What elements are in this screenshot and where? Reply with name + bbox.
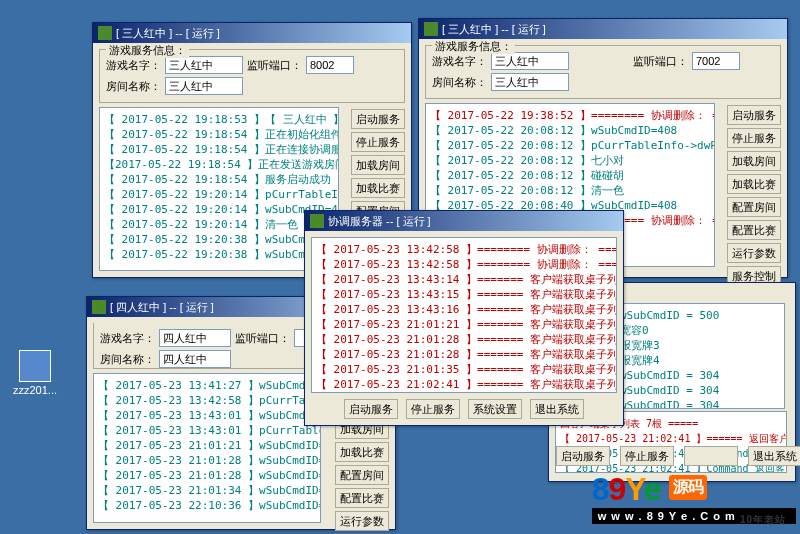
log-line: 【 2017-05-22 20:08:12 】七小对 xyxy=(430,153,710,168)
log-line: wSubCmdID = 304 xyxy=(620,368,780,383)
titlebar[interactable]: [ 三人红中 ] -- [ 运行 ] xyxy=(419,19,787,39)
log-line: 【 2017-05-23 13:43:15 】======= 客户端获取桌子列表… xyxy=(316,287,612,302)
window-title: [ 三人红中 ] -- [ 运行 ] xyxy=(442,22,782,37)
log-line: 【 2017-05-23 13:43:01 】wSubCmdID=402 xyxy=(98,408,316,423)
room-label: 房间名称： xyxy=(100,352,155,367)
action-button[interactable]: 停止服务 xyxy=(620,446,674,466)
log-line: 【 2017-05-23 13:43:14 】======= 客户端获取桌子列表… xyxy=(316,272,612,287)
action-button[interactable]: 配置比赛 xyxy=(727,220,781,240)
log-line: 【 2017-05-23 21:01:35 】======= 客户端获取桌子列表… xyxy=(316,362,612,377)
log-output: 【 2017-05-23 13:41:27 】wSubCmdID=402【 20… xyxy=(93,373,321,523)
log-line: 【 2017-05-22 19:20:14 】wSubCmdID=408 xyxy=(104,202,334,217)
action-button[interactable]: 启动服务 xyxy=(344,399,398,419)
log-line: 【 2017-05-22 20:08:12 】wSubCmdID=408 xyxy=(430,123,710,138)
log-line: 报宽牌4 xyxy=(620,353,780,368)
log-line: 【 2017-05-23 13:42:58 】======== 协调删除： ==… xyxy=(316,242,612,257)
desktop-shortcut[interactable]: zzz201... xyxy=(10,350,60,396)
log-line: 【 2017-05-23 21:01:28 】======= 客户端获取桌子列表… xyxy=(316,347,612,362)
port-label: 监听端口： xyxy=(235,331,290,346)
log-line: wSubCmdID = 304 xyxy=(620,398,780,409)
log-line: wSubCmdID = 304 xyxy=(620,383,780,398)
action-button[interactable]: 加载比赛 xyxy=(351,178,405,198)
log-line: 【 2017-05-22 19:18:54 】正在连接协调服务器 [ 61.15… xyxy=(104,142,334,157)
log-line: 【 2017-05-23 21:02:41 】====== 返回客户端桌子列表 … xyxy=(560,431,782,446)
room-label: 房间名称： xyxy=(432,75,487,90)
action-button[interactable]: 加载房间 xyxy=(351,155,405,175)
log-output: 【 2017-05-22 19:18:53 】【 三人红中 】房间参数加载成功【… xyxy=(99,107,339,271)
log-line: 【 2017-05-23 13:43:16 】======= 客户端获取桌子列表… xyxy=(316,302,612,317)
log-line: 【 2017-05-22 20:08:12 】pCurrTableInfo->d… xyxy=(430,138,710,153)
action-button[interactable]: 退出系统 xyxy=(530,399,584,419)
log-line: 【 2017-05-23 21:01:28 】wSubCmdID=402 xyxy=(98,453,316,468)
group-label: 游戏服务信息： xyxy=(432,39,515,54)
app-icon xyxy=(19,350,51,382)
log-line: 【 2017-05-22 20:08:12 】清一色 xyxy=(430,183,710,198)
port-label: 监听端口： xyxy=(633,54,688,69)
action-button[interactable]: 启动服务 xyxy=(351,109,405,129)
log-line: 【 2017-05-22 19:18:54 】服务启动成功 xyxy=(104,172,334,187)
desktop-icon-label: zzz201... xyxy=(10,384,60,396)
room-name-input[interactable] xyxy=(165,77,243,95)
titlebar[interactable]: 协调服务器 -- [ 运行 ] xyxy=(305,211,623,231)
log-output: 【 2017-05-23 13:42:58 】======== 协调删除： ==… xyxy=(311,237,617,393)
action-button[interactable]: 运行参数 xyxy=(335,511,389,531)
app-icon xyxy=(310,214,324,228)
action-button[interactable]: 加载比赛 xyxy=(727,174,781,194)
log-line: 【 2017-05-23 21:02:41 】======= 客户端获取桌子列表… xyxy=(316,377,612,392)
log-line: 【 2017-05-23 13:42:58 】pCurrTableInfo->d… xyxy=(98,393,316,408)
window-title: [ 三人红中 ] -- [ 运行 ] xyxy=(116,26,406,41)
port-label: 监听端口： xyxy=(247,58,302,73)
log-line: 【 2017-05-22 20:08:12 】碰碰胡 xyxy=(430,168,710,183)
name-label: 游戏名字： xyxy=(432,54,487,69)
log-line: 【 2017-05-23 13:41:27 】wSubCmdID=402 xyxy=(98,378,316,393)
log-line: 【 2017-05-22 19:18:54 】正在初始化组件... xyxy=(104,127,334,142)
game-name-input[interactable] xyxy=(491,52,569,70)
action-button[interactable]: 退出系统 xyxy=(748,446,800,466)
log-line: 报宽牌3 xyxy=(620,338,780,353)
log-line: 【 2017-05-22 19:20:38 】wSubCmdID=408 xyxy=(104,232,334,247)
game-name-input[interactable] xyxy=(165,56,243,74)
log-line: 宽容0 xyxy=(620,323,780,338)
app-icon xyxy=(424,22,438,36)
log-line: 【 2017-05-23 21:01:28 】======= 客户端获取桌子列表… xyxy=(316,332,612,347)
action-button[interactable]: 加载比赛 xyxy=(335,442,389,462)
action-button[interactable] xyxy=(684,446,738,466)
log-line: wSubCmdID = 500 xyxy=(620,308,780,323)
action-button[interactable]: 停止服务 xyxy=(406,399,460,419)
log-line: 【 2017-05-23 13:42:58 】======== 协调删除： ==… xyxy=(316,257,612,272)
room-name-input[interactable] xyxy=(491,73,569,91)
log-line: 【 2017-05-23 21:01:21 】======= 客户端获取桌子列表… xyxy=(316,317,612,332)
name-label: 游戏名字： xyxy=(100,331,155,346)
room-label: 房间名称： xyxy=(106,79,161,94)
port-input[interactable] xyxy=(692,52,740,70)
log-output: wSubCmdID = 500宽容0报宽牌3报宽牌4wSubCmdID = 30… xyxy=(615,303,785,409)
log-line: 【 2017-05-22 19:38:52 】======== 协调删除： ==… xyxy=(430,108,710,123)
log-line: 【2017-05-22 19:18:54 】正在发送游戏房间注册信息... xyxy=(104,157,334,172)
room-name-input[interactable] xyxy=(159,350,231,368)
action-button[interactable]: 加载房间 xyxy=(727,151,781,171)
action-button[interactable]: 配置比赛 xyxy=(335,488,389,508)
group-label: 游戏服务信息： xyxy=(106,43,189,58)
action-button[interactable]: 系统设置 xyxy=(468,399,522,419)
window-coordinator: 协调服务器 -- [ 运行 ] 【 2017-05-23 13:42:58 】=… xyxy=(304,210,624,426)
game-name-input[interactable] xyxy=(159,329,231,347)
action-button[interactable]: 启动服务 xyxy=(556,446,610,466)
watermark-logo: 89Ye 源码 w w w . 8 9 Y e . C o m10年老站 xyxy=(592,471,796,530)
log-line: 【 2017-05-23 21:01:21 】wSubCmdID=402 xyxy=(98,438,316,453)
action-button[interactable]: 停止服务 xyxy=(727,128,781,148)
port-input[interactable] xyxy=(306,56,354,74)
titlebar[interactable]: [ 三人红中 ] -- [ 运行 ] xyxy=(93,23,411,43)
action-button[interactable]: 配置房间 xyxy=(335,465,389,485)
log-line: 【 2017-05-23 13:43:01 】pCurrTableInfo->d… xyxy=(98,423,316,438)
log-line: 【 2017-05-22 19:20:38 】wSubCmdID=406 xyxy=(104,247,334,262)
app-icon xyxy=(98,26,112,40)
name-label: 游戏名字： xyxy=(106,58,161,73)
log-line: 【 2017-05-23 22:10:36 】wSubCmdID=402 xyxy=(98,498,316,513)
log-line: 【 2017-05-23 21:01:28 】wSubCmdID=402 xyxy=(98,468,316,483)
action-button[interactable]: 启动服务 xyxy=(727,105,781,125)
log-line: 【 2017-05-23 21:01:34 】wSubCmdID=402 xyxy=(98,483,316,498)
action-button[interactable]: 运行参数 xyxy=(727,243,781,263)
action-button[interactable]: 停止服务 xyxy=(351,132,405,152)
action-button[interactable]: 配置房间 xyxy=(727,197,781,217)
log-line: 【 2017-05-22 19:20:14 】pCurrTableInfo->d… xyxy=(104,187,334,202)
